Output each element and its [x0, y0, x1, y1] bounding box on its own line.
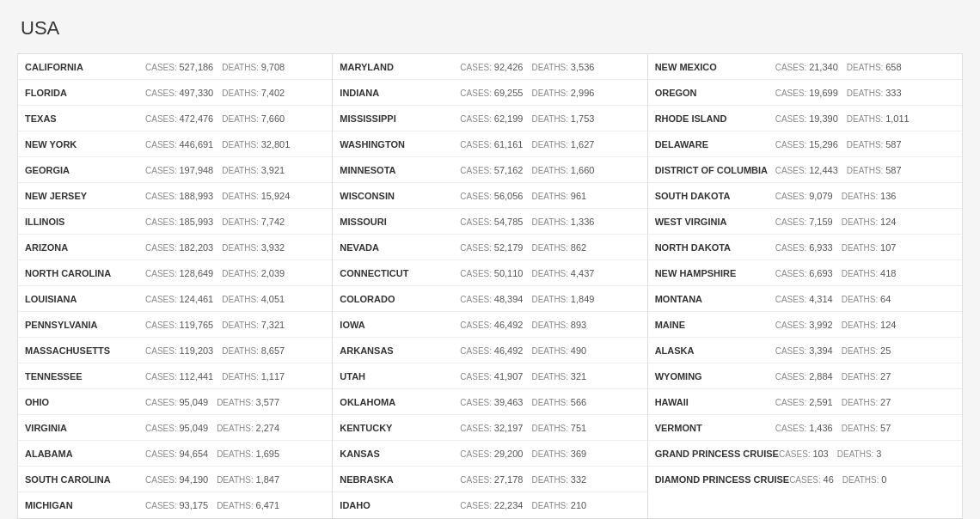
cases-stat: Cases: 527,186	[145, 62, 213, 72]
deaths-stat: Deaths: 332	[531, 474, 586, 485]
cases-stat: Cases: 19,390	[775, 113, 838, 124]
state-name: UTAH	[340, 371, 460, 382]
table-row: ILLINOISCases: 185,993Deaths: 7,742	[18, 209, 332, 235]
deaths-stat: Deaths: 1,695	[217, 449, 279, 459]
cases-stat: Cases: 7,159	[775, 217, 833, 227]
table-row: HAWAIICases: 2,591Deaths: 27	[648, 389, 962, 415]
state-name: VERMONT	[655, 423, 775, 433]
state-name: SOUTH DAKOTA	[655, 191, 775, 201]
deaths-stat: Deaths: 3,921	[222, 165, 285, 175]
table-row: NEW MEXICOCases: 21,340Deaths: 658	[648, 54, 962, 80]
deaths-stat: Deaths: 751	[531, 423, 586, 433]
table-row: NEVADACases: 52,179Deaths: 862	[333, 235, 646, 260]
cases-stat: Cases: 182,203	[145, 242, 213, 253]
cases-stat: Cases: 95,049	[145, 397, 208, 407]
state-name: NORTH DAKOTA	[655, 242, 775, 253]
table-row: RHODE ISLANDCases: 19,390Deaths: 1,011	[648, 106, 962, 131]
deaths-stat: Deaths: 9,708	[222, 62, 285, 72]
table-row: NEBRASKACases: 27,178Deaths: 332	[333, 467, 646, 492]
state-name: TEXAS	[25, 113, 145, 124]
deaths-stat: Deaths: 3,536	[531, 62, 594, 72]
table-row: ARKANSASCases: 46,492Deaths: 490	[333, 338, 646, 363]
state-name: OREGON	[655, 88, 775, 98]
deaths-stat: Deaths: 7,742	[222, 217, 285, 227]
table-row: WYOMINGCases: 2,884Deaths: 27	[648, 363, 962, 389]
cases-stat: Cases: 1,436	[775, 423, 833, 433]
deaths-stat: Deaths: 27	[842, 397, 891, 407]
deaths-stat: Deaths: 1,011	[847, 113, 910, 124]
cases-stat: Cases: 57,162	[460, 165, 523, 175]
deaths-stat: Deaths: 1,117	[222, 371, 285, 382]
cases-stat: Cases: 41,907	[460, 371, 523, 382]
state-name: TENNESSEE	[25, 371, 145, 382]
table-row: MICHIGANCases: 93,175Deaths: 6,471	[18, 492, 332, 518]
table-row: KENTUCKYCases: 32,197Deaths: 751	[333, 415, 646, 441]
table-row: WASHINGTONCases: 61,161Deaths: 1,627	[333, 131, 646, 157]
cases-stat: Cases: 6,693	[775, 268, 833, 278]
table-row: MARYLANDCases: 92,426Deaths: 3,536	[333, 54, 646, 80]
state-name: NEVADA	[340, 242, 460, 253]
state-name: ARKANSAS	[340, 345, 460, 356]
cases-stat: Cases: 39,463	[460, 397, 523, 407]
deaths-stat: Deaths: 369	[531, 449, 586, 459]
table-row: NORTH DAKOTACases: 6,933Deaths: 107	[648, 235, 962, 260]
cases-stat: Cases: 2,884	[775, 371, 833, 382]
deaths-stat: Deaths: 64	[842, 294, 891, 304]
state-name: DELAWARE	[655, 139, 775, 150]
state-name: MAINE	[655, 320, 775, 330]
table-row: WEST VIRGINIACases: 7,159Deaths: 124	[648, 209, 962, 235]
cases-stat: Cases: 56,056	[460, 191, 523, 201]
column-0: CALIFORNIACases: 527,186Deaths: 9,708FLO…	[18, 54, 333, 518]
cases-stat: Cases: 2,591	[775, 397, 833, 407]
deaths-stat: Deaths: 587	[847, 165, 902, 175]
table-row: MISSOURICases: 54,785Deaths: 1,336	[333, 209, 646, 235]
table-row: TENNESSEECases: 112,441Deaths: 1,117	[18, 363, 332, 389]
cases-stat: Cases: 119,203	[145, 345, 213, 356]
state-name: INDIANA	[340, 88, 460, 98]
cases-stat: Cases: 46,492	[460, 345, 523, 356]
cases-stat: Cases: 46	[789, 474, 834, 485]
cases-stat: Cases: 94,190	[145, 474, 208, 485]
state-name: IOWA	[340, 320, 460, 330]
deaths-stat: Deaths: 1,336	[531, 217, 594, 227]
deaths-stat: Deaths: 658	[847, 62, 902, 72]
state-name: KANSAS	[340, 449, 460, 459]
state-name: DIAMOND PRINCESS CRUISE	[655, 474, 789, 485]
deaths-stat: Deaths: 6,471	[217, 500, 279, 510]
table-row: INDIANACases: 69,255Deaths: 2,996	[333, 80, 646, 106]
state-name: WISCONSIN	[340, 191, 460, 201]
state-name: CALIFORNIA	[25, 62, 145, 72]
table-row: ALABAMACases: 94,654Deaths: 1,695	[18, 441, 332, 467]
deaths-stat: Deaths: 3,932	[222, 242, 285, 253]
state-name: MICHIGAN	[25, 500, 145, 510]
state-name: ALABAMA	[25, 449, 145, 459]
column-2: NEW MEXICOCases: 21,340Deaths: 658OREGON…	[648, 54, 962, 518]
deaths-stat: Deaths: 124	[842, 217, 897, 227]
cases-stat: Cases: 48,394	[460, 294, 523, 304]
deaths-stat: Deaths: 333	[847, 88, 902, 98]
state-name: FLORIDA	[25, 88, 145, 98]
state-name: MASSACHUSETTS	[25, 345, 145, 356]
cases-stat: Cases: 9,079	[775, 191, 833, 201]
state-name: WEST VIRGINIA	[655, 217, 775, 227]
table-row: OKLAHOMACases: 39,463Deaths: 566	[333, 389, 646, 415]
cases-stat: Cases: 112,441	[145, 371, 213, 382]
deaths-stat: Deaths: 210	[531, 500, 586, 510]
state-name: LOUISIANA	[25, 294, 145, 304]
state-name: MONTANA	[655, 294, 775, 304]
deaths-stat: Deaths: 107	[842, 242, 897, 253]
table-row: MONTANACases: 4,314Deaths: 64	[648, 286, 962, 312]
deaths-stat: Deaths: 3,577	[217, 397, 279, 407]
deaths-stat: Deaths: 1,753	[531, 113, 594, 124]
state-name: MISSISSIPPI	[340, 113, 460, 124]
deaths-stat: Deaths: 1,849	[531, 294, 594, 304]
deaths-stat: Deaths: 2,039	[222, 268, 285, 278]
state-name: MINNESOTA	[340, 165, 460, 175]
deaths-stat: Deaths: 32,801	[222, 139, 290, 150]
deaths-stat: Deaths: 4,051	[222, 294, 285, 304]
cases-stat: Cases: 32,197	[460, 423, 523, 433]
state-name: NEBRASKA	[340, 474, 460, 485]
state-name: MARYLAND	[340, 62, 460, 72]
deaths-stat: Deaths: 7,402	[222, 88, 285, 98]
table-row: OREGONCases: 19,699Deaths: 333	[648, 80, 962, 106]
